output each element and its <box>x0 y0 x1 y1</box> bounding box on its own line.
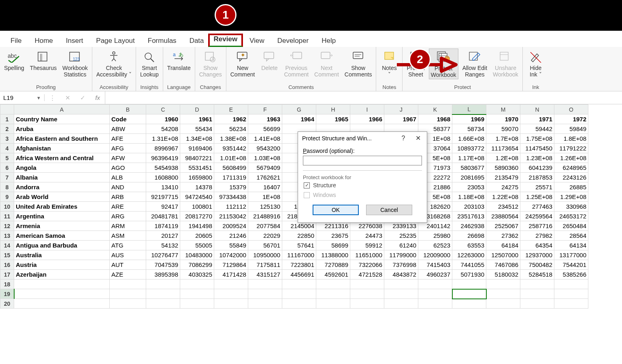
col-header-B[interactable]: B <box>110 105 146 114</box>
cell[interactable] <box>146 289 180 299</box>
cell[interactable]: ARM <box>110 221 146 231</box>
cell[interactable]: 64354 <box>520 241 554 250</box>
cell[interactable]: 16407 <box>248 182 282 192</box>
cell[interactable]: 1.66E+08 <box>452 134 486 144</box>
cell[interactable]: 27982 <box>520 231 554 241</box>
cell[interactable]: 1968 <box>418 114 452 124</box>
cell[interactable] <box>14 279 110 289</box>
col-header-G[interactable]: G <box>282 105 316 114</box>
cell[interactable]: 64184 <box>486 241 520 250</box>
cell[interactable] <box>248 289 282 299</box>
cell[interactable]: 1.75E+08 <box>520 134 554 144</box>
row-header-19[interactable]: 19 <box>0 289 14 299</box>
btn-workbook-stats[interactable]: 123 Workbook Statistics <box>61 49 89 78</box>
cell[interactable]: 4843872 <box>384 270 418 279</box>
cell[interactable]: 20127 <box>146 231 180 241</box>
cell[interactable]: 11388000 <box>316 250 350 260</box>
cell[interactable]: 21246 <box>214 231 248 241</box>
cell[interactable] <box>316 289 350 299</box>
cell[interactable]: 59070 <box>486 124 520 134</box>
cell[interactable]: Arab World <box>14 192 110 202</box>
cell[interactable]: 5284518 <box>520 270 554 279</box>
cell[interactable]: 4721528 <box>350 270 384 279</box>
cell[interactable]: 5071930 <box>452 270 486 279</box>
cell[interactable] <box>520 299 554 309</box>
cell[interactable]: ATG <box>110 241 146 250</box>
cell[interactable]: 7415403 <box>418 260 452 270</box>
name-box[interactable]: L19 ▼ <box>0 94 45 101</box>
col-header-L[interactable]: L <box>452 105 486 114</box>
tab-home[interactable]: Home <box>28 35 59 47</box>
cell[interactable]: 20605 <box>180 231 214 241</box>
cell[interactable]: 1.38E+08 <box>214 134 248 144</box>
cell[interactable]: 1874119 <box>146 221 180 231</box>
cell[interactable]: 7467086 <box>486 260 520 270</box>
cell[interactable]: 125130 <box>248 202 282 212</box>
cell[interactable]: 23675 <box>316 231 350 241</box>
btn-check-accessibility[interactable]: Check Accessibility ˅ <box>95 49 133 78</box>
cell[interactable]: AFE <box>110 134 146 144</box>
cell[interactable]: 28564 <box>554 231 588 241</box>
cell[interactable]: 11651000 <box>350 250 384 260</box>
col-header-J[interactable]: J <box>384 105 418 114</box>
cell[interactable] <box>486 289 520 299</box>
cell[interactable] <box>350 299 384 309</box>
col-header-M[interactable]: M <box>486 105 520 114</box>
col-header-F[interactable]: F <box>248 105 282 114</box>
cell[interactable]: 10950000 <box>248 250 282 260</box>
cell[interactable]: 55434 <box>180 124 214 134</box>
row-header-5[interactable]: 5 <box>0 153 14 163</box>
cancel-button[interactable]: Cancel <box>366 205 412 215</box>
cell[interactable]: 2650484 <box>554 221 588 231</box>
cell[interactable]: 1971 <box>520 114 554 124</box>
cell[interactable]: 25980 <box>418 231 452 241</box>
cell[interactable]: 1964 <box>282 114 316 124</box>
cell[interactable]: 1.26E+08 <box>554 153 588 163</box>
col-header-E[interactable]: E <box>214 105 248 114</box>
cell[interactable] <box>248 279 282 289</box>
cell[interactable]: 5454938 <box>146 163 180 173</box>
cell[interactable]: Austria <box>14 260 110 270</box>
cell[interactable]: AFW <box>110 153 146 163</box>
cell[interactable]: 1960 <box>146 114 180 124</box>
tab-insert[interactable]: Insert <box>60 35 90 47</box>
cell[interactable]: Africa Eastern and Southern <box>14 134 110 144</box>
cell[interactable]: 5890360 <box>486 163 520 173</box>
btn-translate[interactable]: aあ Translate <box>166 49 192 72</box>
cell[interactable]: 7376998 <box>384 260 418 270</box>
row-header-8[interactable]: 8 <box>0 182 14 192</box>
cell[interactable]: 12009000 <box>418 250 452 260</box>
col-header-K[interactable]: K <box>418 105 452 114</box>
cell[interactable]: 13177000 <box>554 250 588 260</box>
cell[interactable]: 1.2E+08 <box>486 153 520 163</box>
cell[interactable]: 23517613 <box>452 212 486 221</box>
enter-icon[interactable]: ✓ <box>80 94 85 102</box>
tab-formulas[interactable]: Formulas <box>141 35 183 47</box>
cell[interactable]: 7175811 <box>248 260 282 270</box>
col-header-C[interactable]: C <box>146 105 180 114</box>
row-header-1[interactable]: 1 <box>0 114 14 124</box>
cell[interactable] <box>452 299 486 309</box>
cell[interactable]: 98407221 <box>180 153 214 163</box>
btn-allow-edit-ranges[interactable]: Allow Edit Ranges <box>461 49 489 78</box>
cell[interactable]: 59849 <box>554 124 588 134</box>
cell[interactable]: Andorra <box>14 182 110 192</box>
cell[interactable]: 54132 <box>146 241 180 250</box>
cell[interactable]: 1972 <box>554 114 588 124</box>
cell[interactable] <box>520 289 554 299</box>
cell[interactable]: 11167000 <box>282 250 316 260</box>
cell[interactable]: 9351442 <box>214 144 248 153</box>
cell[interactable]: 1961 <box>180 114 214 124</box>
cell[interactable]: 55005 <box>180 241 214 250</box>
cell[interactable]: 2243126 <box>554 173 588 182</box>
cell[interactable]: 1969 <box>452 114 486 124</box>
cell[interactable]: 11799000 <box>384 250 418 260</box>
cell[interactable] <box>316 299 350 309</box>
cell[interactable]: 11475450 <box>520 144 554 153</box>
cell[interactable]: ASM <box>110 231 146 241</box>
cell[interactable]: 24259564 <box>520 212 554 221</box>
close-button[interactable]: ✕ <box>411 134 425 142</box>
name-box-dropdown-icon[interactable]: ▼ <box>36 95 41 100</box>
cell[interactable]: 23053 <box>452 182 486 192</box>
cell[interactable]: Australia <box>14 250 110 260</box>
